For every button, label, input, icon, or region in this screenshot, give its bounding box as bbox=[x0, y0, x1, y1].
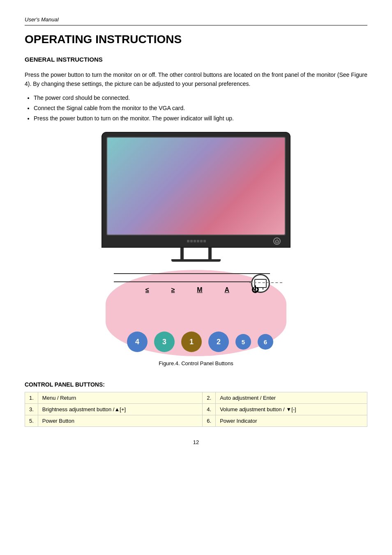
icon-menu: M bbox=[197, 286, 202, 294]
row3-num1: 5. bbox=[25, 415, 38, 427]
row1-label1: Menu / Return bbox=[38, 392, 202, 404]
icon-right-arrow: ≥ bbox=[171, 286, 175, 294]
panel-buttons-row: 4 3 1 2 5 6 bbox=[118, 332, 282, 352]
row1-num2: 2. bbox=[203, 392, 216, 404]
table-row-3: 5. Power Button 6. Power Indicator bbox=[25, 415, 367, 427]
button-4[interactable]: 4 bbox=[127, 332, 148, 352]
monitor-power-icon: ⏻ bbox=[273, 237, 281, 245]
dashed-line bbox=[249, 282, 282, 283]
row1-label2: Auto adjustment / Enter bbox=[216, 392, 367, 404]
row2-label1: Brightness adjustment button /▲[+] bbox=[38, 404, 202, 415]
row2-num2: 4. bbox=[203, 404, 216, 415]
button-3[interactable]: 3 bbox=[154, 332, 175, 352]
row3-num2: 6. bbox=[203, 415, 216, 427]
button-6[interactable]: 6 bbox=[258, 334, 273, 350]
icon-left-arrow: ≤ bbox=[145, 286, 149, 294]
user-manual-label: User's Manual bbox=[25, 16, 367, 23]
button-2[interactable]: 2 bbox=[208, 332, 229, 352]
page-number: 12 bbox=[25, 439, 367, 445]
bullet-item-1: The power cord should be connected. bbox=[34, 93, 367, 103]
chin-dot-3 bbox=[194, 240, 196, 242]
row3-label2: Power Indicator bbox=[216, 415, 367, 427]
chin-dot-1 bbox=[187, 240, 189, 242]
row1-num1: 1. bbox=[25, 392, 38, 404]
figure-caption: Figure.4. Control Panel Buttons bbox=[159, 360, 233, 366]
stand-leg-right bbox=[208, 248, 212, 259]
panel-line-2 bbox=[114, 281, 251, 282]
icon-auto: A bbox=[225, 286, 230, 294]
monitor-illustration: ⏻ bbox=[101, 132, 291, 262]
chin-dot-5 bbox=[200, 240, 203, 242]
monitor-screen bbox=[106, 137, 286, 235]
control-table: 1. Menu / Return 2. Auto adjustment / En… bbox=[25, 392, 367, 427]
monitor-outer: ⏻ bbox=[101, 132, 291, 248]
monitor-stand bbox=[101, 248, 291, 259]
monitor-chin: ⏻ bbox=[106, 235, 286, 247]
chin-dot-4 bbox=[197, 240, 199, 242]
icon-power: ⏻ bbox=[251, 286, 259, 294]
table-row-2: 3. Brightness adjustment button /▲[+] 4.… bbox=[25, 404, 367, 415]
page-title: OPERATING INSTRUCTIONS bbox=[25, 33, 367, 46]
stand-leg-left bbox=[180, 248, 184, 259]
chin-dot-6 bbox=[203, 240, 206, 242]
panel-icon-area: ≤ ≥ M A ⏻ bbox=[134, 286, 270, 294]
header-divider bbox=[25, 25, 367, 25]
control-panel-diagram: ≤ ≥ M A ⏻ 4 3 1 2 5 6 bbox=[101, 262, 291, 356]
bullet-item-2: Connect the Signal cable from the monito… bbox=[34, 103, 367, 113]
row2-num1: 3. bbox=[25, 404, 38, 415]
intro-paragraph: Press the power button to turn the monit… bbox=[25, 70, 367, 89]
bullet-item-3: Press the power button to turn on the mo… bbox=[34, 113, 367, 124]
chin-center bbox=[187, 240, 206, 242]
panel-line-1 bbox=[114, 273, 270, 274]
figure-container: ⏻ ≤ ≥ M A ⏻ bbox=[25, 132, 367, 373]
bullet-list: The power cord should be connected. Conn… bbox=[25, 93, 367, 124]
button-1[interactable]: 1 bbox=[181, 332, 202, 352]
table-row-1: 1. Menu / Return 2. Auto adjustment / En… bbox=[25, 392, 367, 404]
button-5[interactable]: 5 bbox=[235, 334, 251, 350]
row3-label1: Power Button bbox=[38, 415, 202, 427]
row2-label2: Volume adjustment button / ▼[-] bbox=[216, 404, 367, 415]
control-panel-title: CONTROL PANEL BUTTONS: bbox=[25, 381, 367, 388]
section-general-instructions: GENERAL INSTRUCTIONS bbox=[25, 56, 367, 63]
chin-dot-2 bbox=[190, 240, 193, 242]
